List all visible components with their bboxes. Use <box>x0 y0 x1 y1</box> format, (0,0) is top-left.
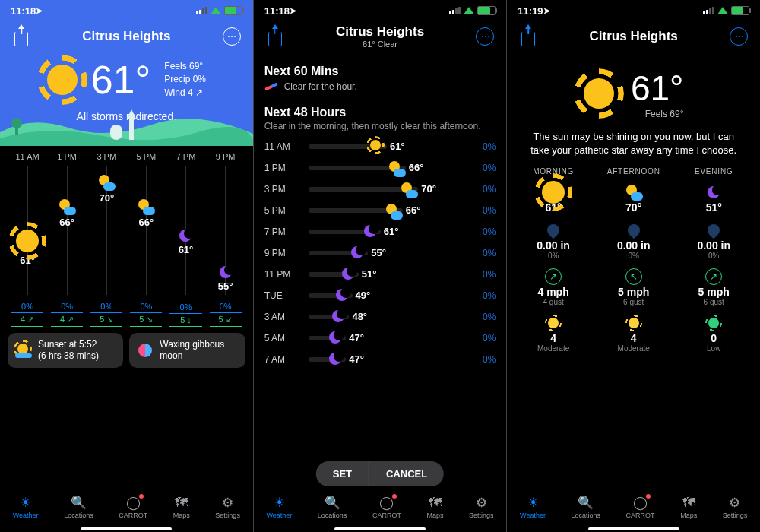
top-bar: Citrus Heights ⋯ <box>0 19 253 54</box>
feels-like: Feels 69° <box>164 60 206 73</box>
raindrop-icon <box>625 222 642 239</box>
wifi-icon <box>464 7 474 14</box>
signal-icon <box>703 7 714 14</box>
status-bar: 11:18 ➤ <box>254 0 507 19</box>
share-button[interactable] <box>518 26 539 47</box>
uv-icon <box>548 318 559 328</box>
hourly-row[interactable]: 7 PM61°0% <box>254 221 507 242</box>
tab-carrot[interactable]: ◯CARROT <box>626 496 655 519</box>
hourly-chart[interactable]: 11 AM61°0%4 ↗1 PM66°0%4 ↗3 PM70°0%5 ↘5 P… <box>0 146 253 327</box>
sun-icon <box>542 181 565 204</box>
tab-weather[interactable]: ☀Weather <box>266 496 292 519</box>
row-precip: 0% <box>473 269 496 280</box>
row-precip: 0% <box>473 333 496 344</box>
sun-icon <box>16 230 39 252</box>
share-button[interactable] <box>11 26 32 47</box>
tab-maps[interactable]: 🗺Maps <box>173 496 190 519</box>
battery-icon <box>224 6 242 15</box>
share-button[interactable] <box>264 26 286 47</box>
tab-label: Weather <box>520 511 546 519</box>
hourly-row[interactable]: 1 PM66°0% <box>254 157 507 179</box>
moon-icon <box>708 186 720 198</box>
tab-settings[interactable]: ⚙Settings <box>723 496 748 519</box>
tab-locations[interactable]: 🔍Locations <box>572 496 601 519</box>
tab-weather[interactable]: ☀Weather <box>13 496 39 519</box>
row-time: 7 AM <box>264 354 301 365</box>
tab-locations[interactable]: 🔍Locations <box>64 496 93 519</box>
precip-pct: Precip 0% <box>164 73 206 86</box>
hour-precip: 0% <box>51 302 83 313</box>
hour-precip: 0% <box>90 302 122 313</box>
moon-chip[interactable]: Waxing gibbous moon <box>129 333 245 368</box>
hour-label: 11 AM <box>15 152 39 161</box>
row-precip: 0% <box>473 290 496 301</box>
hourly-row[interactable]: 11 AM61°0% <box>254 136 507 157</box>
tab-icon: 🔍 <box>325 496 340 509</box>
sun-icon <box>370 140 381 150</box>
location-title[interactable]: Citrus Heights <box>539 29 728 44</box>
tab-weather[interactable]: ☀Weather <box>520 496 546 519</box>
moon-icon <box>342 268 354 280</box>
hourly-column[interactable]: 9 PM55°0%5 ↙ <box>206 152 245 327</box>
hourly-row[interactable]: 7 AM47°0% <box>254 349 507 370</box>
row-temp: 51° <box>362 268 377 280</box>
tab-carrot[interactable]: ◯CARROT <box>119 496 147 519</box>
hourly-row[interactable]: 5 PM66°0% <box>254 200 507 221</box>
tab-label: Weather <box>266 511 292 519</box>
tab-maps[interactable]: 🗺Maps <box>426 496 443 519</box>
tab-icon: ⚙ <box>222 496 233 509</box>
sunset-chip[interactable]: Sunset at 5:52 (6 hrs 38 mins) <box>8 333 123 368</box>
partly-cloudy-icon <box>401 182 416 198</box>
row-precip: 0% <box>473 312 496 322</box>
hourly-column[interactable]: 3 PM70°0%5 ↘ <box>87 152 126 327</box>
tab-label: CARROT <box>119 511 147 519</box>
daypart-wind-cell: ↖5 mph6 gust <box>594 268 674 306</box>
top-bar: Citrus Heights 61° Clear ⋯ <box>254 19 507 54</box>
hourly-column[interactable]: 5 PM66°0%5 ↘ <box>126 152 166 327</box>
row-time: 1 PM <box>264 163 301 173</box>
hourly-column[interactable]: 11 AM61°0%4 ↗ <box>8 152 47 327</box>
row-temp: 48° <box>352 311 367 322</box>
tab-icon: ⚙ <box>729 496 740 509</box>
daypart-grid[interactable]: MORNINGAFTERNOONEVENING61°70°51°0.00 in0… <box>507 167 760 353</box>
daypart-precip-cell: 0.00 in0% <box>513 221 594 260</box>
hourly-row[interactable]: 5 AM47°0% <box>254 328 507 349</box>
row-temp: 70° <box>421 183 436 195</box>
hourly-row[interactable]: 3 PM70°0% <box>254 179 507 200</box>
hourly-column[interactable]: 7 PM61°0%5 ↓ <box>166 152 205 327</box>
location-title[interactable]: Citrus Heights <box>32 29 221 44</box>
info-chips: Sunset at 5:52 (6 hrs 38 mins) Waxing gi… <box>0 327 253 374</box>
hourly-row[interactable]: 9 PM55°0% <box>254 242 507 264</box>
tab-maps[interactable]: 🗺Maps <box>680 496 697 519</box>
hourly-rows[interactable]: 11 AM61°0%1 PM66°0%3 PM70°0%5 PM66°0%7 P… <box>254 136 507 486</box>
tab-carrot[interactable]: ◯CARROT <box>372 496 401 519</box>
tab-locations[interactable]: 🔍Locations <box>318 496 347 519</box>
tab-settings[interactable]: ⚙Settings <box>215 496 240 519</box>
tab-label: CARROT <box>626 511 655 519</box>
svg-rect-2 <box>110 125 122 140</box>
screen-overview: 11:18 ➤ Citrus Heights ⋯ 61° Feels 69° P… <box>0 0 253 532</box>
moon-icon <box>336 289 348 301</box>
row-time: 3 AM <box>264 312 301 322</box>
moon-text: Waxing gibbous moon <box>160 339 237 362</box>
hourly-row[interactable]: 3 AM48°0% <box>254 306 507 328</box>
row-time: 5 PM <box>264 205 301 216</box>
tab-settings[interactable]: ⚙Settings <box>469 496 494 519</box>
tab-label: Locations <box>64 511 93 519</box>
tab-icon: 🔍 <box>578 496 594 509</box>
hour-label: 7 PM <box>176 152 196 161</box>
location-title[interactable]: Citrus Heights <box>286 24 475 40</box>
hourly-row[interactable]: TUE49°0% <box>254 285 507 306</box>
hourly-row[interactable]: 11 PM51°0% <box>254 264 507 285</box>
more-button[interactable]: ⋯ <box>221 26 242 47</box>
more-button[interactable]: ⋯ <box>474 26 496 47</box>
next-60-heading: Next 60 Mins <box>264 65 496 78</box>
cancel-button[interactable]: CANCEL <box>369 461 444 486</box>
hourly-column[interactable]: 1 PM66°0%4 ↗ <box>47 152 87 327</box>
set-button[interactable]: SET <box>316 461 369 486</box>
next-48-heading: Next 48 Hours <box>264 106 496 119</box>
more-button[interactable]: ⋯ <box>728 26 749 47</box>
moon-icon <box>329 353 341 365</box>
next-60-section: Next 60 Mins Clear for the hour. <box>254 54 507 95</box>
svg-rect-1 <box>15 128 18 135</box>
